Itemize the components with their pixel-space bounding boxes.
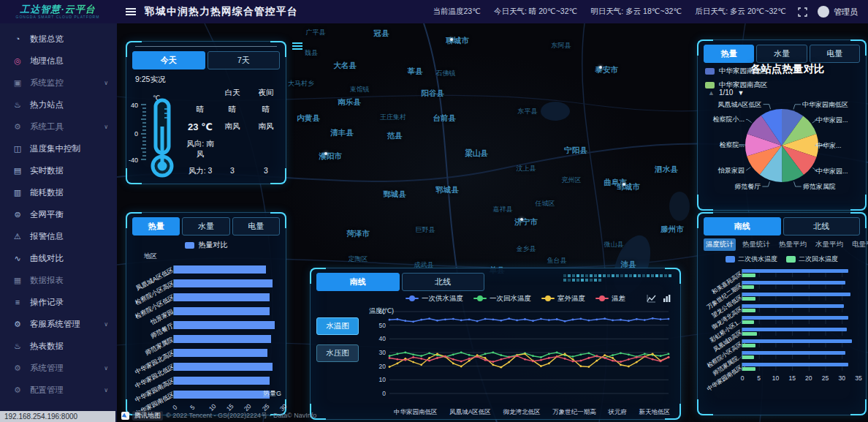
datazoom-cell — [655, 274, 658, 277]
tab-南线[interactable]: 南线 — [704, 217, 781, 236]
data-point — [500, 366, 502, 369]
tab-电量[interactable]: 电量 — [810, 45, 860, 63]
sidebar-item-label: 地理信息 — [30, 56, 64, 67]
weather-wind-direction: 风向: 南风 — [185, 139, 216, 159]
subtab-温度统计[interactable]: 温度统计 — [704, 238, 736, 251]
datazoom-cell — [620, 274, 623, 277]
sidebar-item-热表数据[interactable]: ♨热表数据 — [0, 335, 117, 357]
map-city-dot — [324, 152, 327, 155]
thermo-tick: 40 — [131, 102, 138, 109]
x-category-label: 新天地低区 — [639, 408, 670, 417]
pager-up-icon[interactable]: ▲ — [708, 89, 715, 97]
tab-南线[interactable]: 南线 — [316, 273, 400, 291]
data-point — [468, 354, 471, 356]
tab-7天[interactable]: 7天 — [208, 51, 281, 69]
sidebar-item-能耗数据[interactable]: ▥能耗数据 — [0, 181, 117, 203]
pie-legend-item[interactable]: 中华家园南低区 — [705, 67, 768, 76]
weather-temperature: 23 ℃ — [185, 121, 216, 132]
sidebar-item-热力站点[interactable]: ♨热力站点 — [0, 94, 117, 116]
pie-slice-label: 中华家... — [816, 142, 842, 149]
legend-item-二次供水温度[interactable]: 二次供水温度 — [726, 255, 777, 264]
data-point — [524, 353, 526, 355]
data-point — [492, 352, 495, 354]
bar-legend[interactable]: 热量对比 — [126, 240, 286, 250]
bar-chart-toggle-icon[interactable] — [662, 294, 671, 303]
sidebar-item-label: 客服系统管理 — [30, 319, 80, 330]
weather-power-day: 3 — [216, 166, 249, 176]
avatar[interactable] — [818, 6, 829, 18]
sidebar-item-系统监控[interactable]: ▣系统监控∨ — [0, 72, 117, 94]
weather-wind-power: 风力: 3 — [185, 166, 216, 176]
datazoom-cell — [590, 274, 593, 277]
subtab-热量平均[interactable]: 热量平均 — [777, 238, 809, 251]
datazoom-cell — [576, 274, 579, 277]
sidebar-item-操作记录[interactable]: ≡操作记录 — [0, 291, 117, 313]
legend-marker — [541, 295, 555, 301]
tab-电量[interactable]: 电量 — [232, 217, 280, 236]
sidebar-item-数据总览[interactable]: ◔数据总览 — [0, 28, 117, 50]
tab-北线[interactable]: 北线 — [402, 273, 485, 291]
sidebar-item-label: 系统监控 — [30, 78, 64, 88]
legend-item-二次回水温度[interactable]: 二次回水温度 — [786, 255, 838, 264]
sidebar-item-地理信息[interactable]: ◎地理信息 — [0, 50, 117, 72]
pager-down-icon[interactable]: ▼ — [737, 89, 744, 97]
sidebar-item-温度集中控制[interactable]: ◫温度集中控制 — [0, 137, 117, 159]
data-point — [436, 320, 438, 322]
legend-item-一次供水温度[interactable]: 一次供水温度 — [406, 294, 463, 304]
legend-label: 一次回水温度 — [490, 294, 531, 304]
data-point — [444, 355, 446, 358]
subtab-电量平均[interactable]: 电量平均 — [850, 238, 868, 251]
x-tick: 5 — [189, 404, 196, 411]
legend-swatch — [185, 242, 194, 249]
tab-北线[interactable]: 北线 — [783, 217, 861, 236]
fullscreen-icon[interactable] — [798, 7, 807, 17]
data-point — [508, 356, 510, 358]
sidebar-item-客服系统管理[interactable]: ⚙客服系统管理∨ — [0, 313, 117, 335]
data-point — [612, 360, 614, 362]
subtab-热量统计[interactable]: 热量统计 — [740, 238, 772, 251]
bar-track — [742, 304, 859, 312]
data-point — [508, 361, 510, 363]
bar-track — [173, 307, 280, 315]
button-水压图[interactable]: 水压图 — [316, 344, 359, 362]
legend-pager: ▲ 1/10 ▼ — [708, 88, 744, 97]
sidebar-collapse-icon[interactable] — [126, 7, 137, 16]
data-point — [476, 355, 479, 358]
data-point — [420, 355, 422, 357]
map-place-label: 石佛镇 — [436, 69, 456, 78]
sidebar-item-全网平衡[interactable]: ⊜全网平衡 — [0, 203, 117, 225]
map-place-label: 嘉祥县 — [493, 205, 513, 214]
line-chart-toggle-icon[interactable] — [647, 294, 656, 303]
legend-dot — [599, 295, 605, 301]
data-point — [580, 360, 582, 362]
thermo-tick: 0 — [134, 130, 138, 137]
tab-今天[interactable]: 今天 — [132, 51, 205, 69]
data-point — [420, 363, 422, 366]
subtab-水量平均[interactable]: 水量平均 — [813, 238, 845, 251]
data-point — [516, 355, 518, 357]
data-point — [420, 358, 422, 360]
panel-toggle-icon[interactable] — [291, 41, 304, 51]
tab-水量[interactable]: 水量 — [182, 217, 229, 236]
datazoom-strip[interactable] — [563, 274, 673, 282]
legend-item-一次回水温度[interactable]: 一次回水温度 — [473, 294, 531, 304]
sidebar-item-报警信息[interactable]: ⚠报警信息 — [0, 225, 117, 247]
data-point — [460, 320, 462, 322]
sidebar-item-配置管理[interactable]: ⚙配置管理∨ — [0, 379, 117, 401]
sidebar-item-数据报表[interactable]: ▦数据报表 — [0, 269, 117, 291]
tab-水量[interactable]: 水量 — [756, 45, 807, 63]
bar — [174, 307, 270, 315]
datazoom-cell — [594, 274, 597, 277]
button-水温图[interactable]: 水温图 — [316, 317, 359, 335]
sidebar-item-实时数据[interactable]: ▤实时数据 — [0, 159, 117, 181]
legend-item-温差[interactable]: 温差 — [595, 294, 625, 304]
chart-toolbox — [647, 294, 671, 303]
legend-item-室外温度[interactable]: 室外温度 — [541, 294, 585, 304]
map-city-dot — [599, 66, 602, 69]
sidebar-item-系统工具[interactable]: ⚙系统工具∨ — [0, 116, 117, 137]
tab-热量[interactable]: 热量 — [704, 45, 754, 63]
tab-热量[interactable]: 热量 — [132, 217, 180, 236]
sidebar-item-系统管理[interactable]: ⚙系统管理∨ — [0, 357, 117, 379]
sidebar-item-曲线对比[interactable]: ∿曲线对比 — [0, 247, 117, 269]
map-area[interactable]: 广平县冠县聊城市东阿县魏县大名县莘县石佛镇泰安市大马村乡束馆镇阳谷县南乐县东平县… — [117, 23, 868, 422]
